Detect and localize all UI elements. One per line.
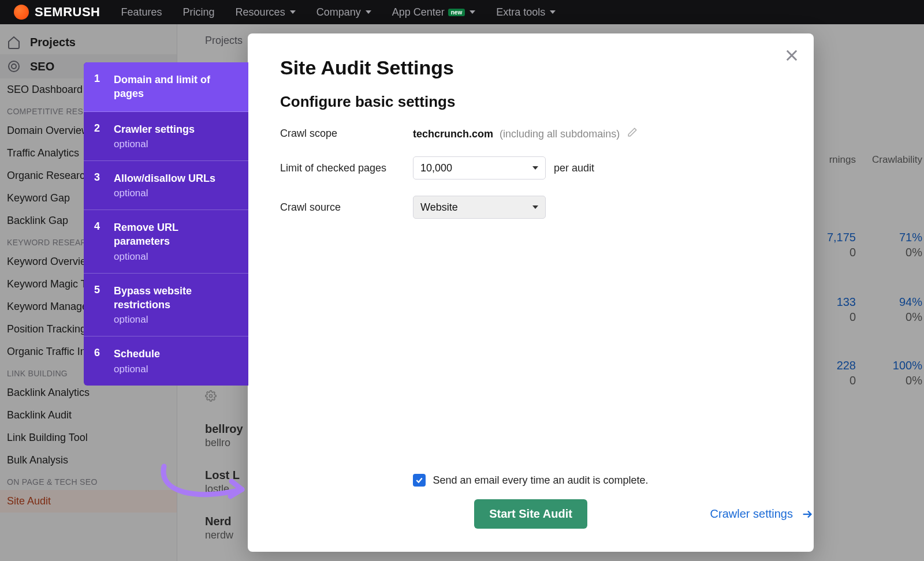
- close-icon: [784, 47, 800, 63]
- email-checkbox-row[interactable]: Send an email every time an audit is com…: [413, 474, 648, 487]
- close-button[interactable]: [784, 47, 800, 63]
- nav-resources[interactable]: Resources: [236, 6, 296, 18]
- label-source: Crawl source: [280, 201, 413, 214]
- scope-value: techcrunch.com (including all subdomains…: [413, 127, 638, 140]
- site-audit-settings-modal: Site Audit Settings Configure basic sett…: [248, 33, 814, 552]
- nav-app-center[interactable]: App Centernew: [392, 6, 476, 18]
- nav-company[interactable]: Company: [316, 6, 371, 18]
- wizard-step-1[interactable]: 1 Domain and limit of pages: [84, 62, 248, 112]
- check-icon: [415, 476, 423, 484]
- chevron-down-icon: [532, 205, 538, 209]
- email-check-label: Send an email every time an audit is com…: [433, 474, 648, 487]
- brand-text: SEMRUSH: [35, 5, 100, 20]
- wizard-step-5[interactable]: 5 Bypass website restrictionsoptional: [84, 274, 248, 337]
- limit-select[interactable]: 10,000: [413, 156, 546, 179]
- modal-subtitle: Configure basic settings: [280, 93, 781, 111]
- nav-extra-tools[interactable]: Extra tools: [496, 6, 556, 18]
- modal-footer: Send an email every time an audit is com…: [248, 474, 814, 529]
- wizard-steps: 1 Domain and limit of pages 2 Crawler se…: [84, 62, 248, 386]
- chevron-down-icon: [550, 10, 556, 14]
- nav-features[interactable]: Features: [121, 6, 162, 18]
- arrow-right-icon: [801, 508, 814, 521]
- row-source: Crawl source Website: [280, 196, 781, 219]
- pencil-icon: [627, 127, 638, 137]
- logo-mark-icon: [14, 5, 29, 20]
- wizard-step-4[interactable]: 4 Remove URL parametersoptional: [84, 210, 248, 274]
- wizard-step-2[interactable]: 2 Crawler settingsoptional: [84, 112, 248, 161]
- source-select[interactable]: Website: [413, 196, 546, 219]
- start-site-audit-button[interactable]: Start Site Audit: [474, 499, 587, 529]
- limit-value: 10,000: [420, 162, 452, 174]
- chevron-down-icon: [366, 10, 371, 14]
- wizard-step-6[interactable]: 6 Scheduleoptional: [84, 336, 248, 385]
- row-limit: Limit of checked pages 10,000 per audit: [280, 156, 781, 179]
- crawler-settings-link[interactable]: Crawler settings: [710, 507, 814, 521]
- chevron-down-icon: [290, 10, 296, 14]
- chevron-down-icon: [470, 10, 475, 14]
- label-limit: Limit of checked pages: [280, 162, 413, 174]
- limit-suffix: per audit: [554, 162, 594, 174]
- badge-new: new: [448, 9, 465, 16]
- logo[interactable]: SEMRUSH: [14, 5, 100, 20]
- checkbox-checked[interactable]: [413, 474, 426, 487]
- edit-scope-button[interactable]: [627, 127, 638, 137]
- label-crawl-scope: Crawl scope: [280, 128, 413, 140]
- nav-pricing[interactable]: Pricing: [183, 6, 215, 18]
- source-value: Website: [420, 201, 458, 214]
- top-nav: SEMRUSH Features Pricing Resources Compa…: [0, 0, 924, 24]
- modal-title: Site Audit Settings: [280, 57, 781, 79]
- row-crawl-scope: Crawl scope techcrunch.com (including al…: [280, 127, 781, 140]
- wizard-step-3[interactable]: 3 Allow/disallow URLsoptional: [84, 161, 248, 210]
- chevron-down-icon: [532, 166, 538, 170]
- scope-domain: techcrunch.com: [413, 128, 493, 140]
- scope-note: (including all subdomains): [500, 128, 620, 140]
